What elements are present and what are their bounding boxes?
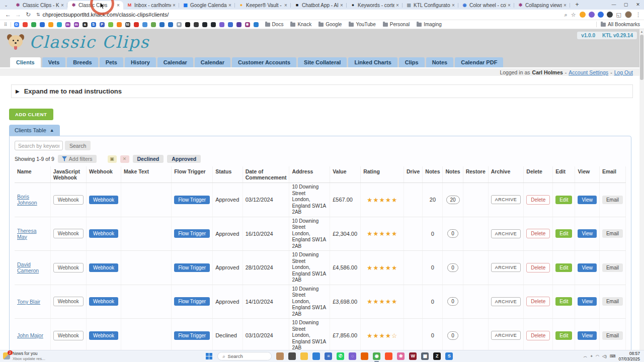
bookmark-icon[interactable]: [151, 22, 156, 27]
bookmark-icon[interactable]: m: [74, 22, 79, 27]
all-bookmarks-button[interactable]: All Bookmarks: [596, 22, 640, 27]
bookmark-folder[interactable]: Imaging: [414, 22, 444, 27]
taskbar-clock[interactable]: 08:57 07/03/2025: [618, 351, 640, 361]
column-header[interactable]: Make Text: [121, 166, 171, 183]
js-webhook-button[interactable]: Webhook: [53, 229, 84, 238]
start-button[interactable]: [206, 353, 213, 360]
zoom-page-icon[interactable]: ⌕: [565, 12, 568, 18]
browser-tab[interactable]: ✱Classic Clips - Knack Builder×: [12, 1, 67, 10]
tab-close-icon[interactable]: ×: [115, 3, 121, 8]
tab-close-icon[interactable]: ×: [339, 3, 345, 8]
column-header[interactable]: Address: [289, 166, 330, 183]
notes-badge[interactable]: 0: [447, 331, 458, 340]
rating-stars[interactable]: ★★★★★: [367, 298, 397, 305]
bookmark-star-icon[interactable]: ☆: [571, 12, 576, 18]
bookmark-icon[interactable]: [185, 22, 190, 27]
flow-trigger-button[interactable]: Flow Trigger: [174, 229, 210, 238]
notes-badge[interactable]: 20: [446, 196, 460, 204]
js-webhook-button[interactable]: Webhook: [53, 195, 84, 205]
archive-button[interactable]: ARCHIVE: [491, 229, 521, 238]
browser-tab[interactable]: ▦KTL Configurator×: [403, 1, 458, 10]
save-filter-button[interactable]: ▣: [108, 155, 117, 163]
email-button[interactable]: Email: [602, 196, 623, 204]
tab-close-icon[interactable]: ×: [59, 3, 65, 8]
url-text[interactable]: chprojectsupportltd.knack.com/classic-cl…: [43, 12, 169, 18]
archive-button[interactable]: ARCHIVE: [491, 195, 521, 204]
bookmark-icon[interactable]: P: [100, 22, 105, 27]
nav-tab-linked-charts[interactable]: Linked Charts: [348, 57, 397, 67]
bookmark-folder[interactable]: YouTube: [346, 22, 378, 27]
whatsapp-icon[interactable]: ✆: [337, 352, 344, 360]
view-button[interactable]: View: [578, 331, 597, 340]
tab-close-icon[interactable]: ×: [394, 3, 400, 8]
extension-icon[interactable]: [598, 12, 604, 18]
window-maximize-button[interactable]: ▢: [620, 0, 632, 10]
forward-icon[interactable]: →: [13, 11, 23, 18]
back-icon[interactable]: ←: [3, 11, 13, 18]
browser-tab[interactable]: MInbox - carlholmesclips@gm...×: [123, 1, 179, 10]
scrollbar-thumb[interactable]: [640, 35, 643, 80]
bookmark-icon[interactable]: ✱: [245, 22, 250, 27]
bookmark-icon[interactable]: [117, 22, 122, 27]
column-header[interactable]: Email: [599, 166, 625, 183]
edit-button[interactable]: Edit: [555, 331, 572, 340]
rating-stars[interactable]: ★★★★★: [367, 264, 397, 272]
bookmark-icon[interactable]: [236, 22, 242, 27]
rating-stars[interactable]: ★★★★★: [367, 230, 397, 237]
flow-trigger-button[interactable]: Flow Trigger: [174, 196, 210, 204]
view-button[interactable]: View: [578, 229, 597, 238]
bookmark-icon[interactable]: [57, 22, 62, 27]
bookmark-icon[interactable]: G: [14, 22, 19, 27]
tab-close-icon[interactable]: ×: [283, 3, 289, 8]
filter-approved-button[interactable]: Approved: [167, 155, 201, 163]
profile-avatar[interactable]: [625, 11, 632, 18]
edit-button[interactable]: Edit: [555, 297, 572, 306]
bookmark-icon[interactable]: a: [83, 22, 88, 27]
browser-tab[interactable]: ◉Color wheel - color theory a...×: [458, 1, 514, 10]
column-header[interactable]: Notes: [423, 166, 443, 183]
wifi-icon[interactable]: ◠: [596, 354, 599, 358]
bookmark-icon[interactable]: [254, 22, 259, 27]
tab-close-icon[interactable]: ×: [506, 3, 512, 8]
filter-declined-button[interactable]: Declined: [133, 155, 164, 163]
mic-icon[interactable]: ⌖: [591, 354, 593, 359]
client-name-link[interactable]: Tony Blair: [17, 299, 40, 305]
taskbar-search[interactable]: ⌕ Search: [217, 352, 272, 360]
email-button[interactable]: Email: [602, 229, 623, 238]
nav-tab-pets[interactable]: Pets: [100, 57, 123, 67]
column-header[interactable]: Archive: [488, 166, 524, 183]
bookmark-icon[interactable]: [219, 22, 224, 27]
nav-tab-clients[interactable]: Clients: [10, 57, 41, 67]
tab-close-icon[interactable]: ×: [171, 3, 177, 8]
js-webhook-button[interactable]: Webhook: [53, 263, 84, 273]
bookmark-icon[interactable]: [211, 22, 216, 27]
apps-grid-icon[interactable]: ⠿: [4, 22, 11, 27]
view-button[interactable]: View: [578, 263, 597, 272]
new-tab-button[interactable]: +: [573, 1, 581, 9]
add-client-button[interactable]: ADD CLIENT: [9, 109, 53, 120]
bookmark-folder[interactable]: Docs: [263, 22, 286, 27]
delete-button[interactable]: Delete: [526, 331, 550, 340]
clear-filter-button[interactable]: ✕: [120, 155, 129, 163]
extension-icon[interactable]: [580, 12, 586, 18]
chrome-icon[interactable]: ◉: [373, 352, 380, 360]
bookmark-icon[interactable]: m: [65, 22, 70, 27]
flow-trigger-button[interactable]: Flow Trigger: [174, 331, 210, 340]
log-out-link[interactable]: Log Out: [614, 69, 633, 75]
js-webhook-button[interactable]: Webhook: [53, 331, 84, 340]
flow-trigger-button[interactable]: Flow Trigger: [174, 297, 210, 306]
paint-icon[interactable]: ❀: [397, 352, 405, 360]
nav-tab-vets[interactable]: Vets: [42, 57, 66, 67]
email-button[interactable]: Email: [602, 331, 623, 340]
bookmark-folder[interactable]: Google: [316, 22, 344, 27]
rating-stars[interactable]: ★★★★★: [367, 197, 397, 204]
tab-close-icon[interactable]: ×: [562, 3, 568, 8]
nav-tab-breeds[interactable]: Breeds: [67, 57, 98, 67]
bookmark-icon[interactable]: [194, 22, 199, 27]
browser-tab[interactable]: ▦Google Calendar - March 202...×: [179, 1, 235, 10]
add-filters-button[interactable]: Add filters: [58, 155, 97, 163]
bookmark-folder[interactable]: Personal: [380, 22, 412, 27]
bookmark-icon[interactable]: [134, 22, 139, 27]
news-widget[interactable]: 2 News for you Xbox update res...: [0, 351, 75, 361]
bookmark-icon[interactable]: [48, 22, 53, 27]
